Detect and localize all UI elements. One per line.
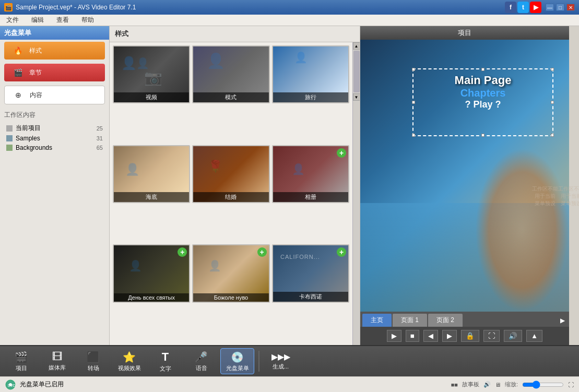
menu-view[interactable]: 查看 — [54, 15, 71, 26]
style-label-halloween: День всех святых — [114, 293, 189, 302]
scroll-up-button[interactable]: ▲ — [353, 42, 360, 50]
minimize-button[interactable]: — — [546, 4, 554, 11]
workspace-color-current — [6, 125, 13, 132]
dvd-status-text: 光盘菜单已启用 — [20, 380, 64, 389]
workspace-color-backgrounds — [6, 145, 13, 151]
fullscreen-button[interactable]: ⛶ — [483, 330, 500, 342]
chapters-icon: 🎬 — [10, 67, 25, 78]
stop-button[interactable]: ■ — [406, 330, 419, 342]
project-icon: 🎬 — [15, 351, 28, 363]
toolbar-media[interactable]: 🎞 媒体库 — [40, 348, 74, 374]
toolbar-voice[interactable]: 🎤 语音 — [184, 348, 218, 374]
toolbar-effects-label: 视频效果 — [118, 364, 141, 372]
toolbar-text-label: 文字 — [160, 365, 171, 373]
style-item-mode[interactable]: 👤 模式 — [192, 45, 269, 103]
styles-scrollbar[interactable]: ▲ ▼ — [352, 42, 360, 345]
nav-chapters[interactable]: 🎬 章节 — [4, 64, 105, 81]
toolbar-generate[interactable]: ▶▶▶ 生成... — [264, 348, 298, 374]
dvdmenu-icon: 💿 — [231, 351, 244, 363]
content-icon: ⊕ — [11, 89, 26, 101]
lock-button[interactable]: 🔒 — [461, 330, 479, 342]
style-item-california[interactable]: + CALIFORN... 卡布西诺 — [272, 244, 349, 302]
preview-text-block: Main Page Chapters ? Play ? — [412, 68, 553, 115]
nav-styles[interactable]: 🔥 样式 — [4, 42, 105, 60]
workspace-item-current[interactable]: 当前项目 25 — [4, 123, 105, 134]
preview-title: 项目 — [360, 26, 569, 40]
album-plus-icon: + — [337, 148, 346, 158]
workspace-label-current: 当前项目 — [16, 124, 41, 133]
title-bar: 🎬 Sample Project.vep* - AVS Video Editor… — [0, 0, 579, 15]
handle-bl[interactable] — [412, 134, 415, 137]
menu-edit[interactable]: 编辑 — [29, 15, 46, 26]
workspace-item-backgrounds[interactable]: Backgrounds 65 — [4, 143, 105, 152]
scroll-down-button[interactable]: ▼ — [353, 93, 360, 101]
toolbar-project-label: 项目 — [16, 364, 27, 372]
style-item-bozhol[interactable]: + 👤 Божоле нуво — [192, 244, 269, 302]
workspace-count-backgrounds: 65 — [97, 145, 103, 151]
window-controls: — □ ✕ — [546, 4, 575, 11]
toolbar-effects[interactable]: ⭐ 视频效果 — [112, 348, 146, 374]
storyboard-label: 故事板 — [462, 381, 479, 388]
toolbar-divider — [258, 351, 259, 372]
maximize-button[interactable]: □ — [556, 4, 564, 11]
style-label-album: 相册 — [273, 192, 348, 202]
status-left: DVD 光盘菜单已启用 — [5, 379, 64, 390]
volume-button[interactable]: 🔊 — [504, 330, 522, 342]
handle-bc[interactable] — [481, 134, 485, 137]
status-right: ■■ 故事板 🔊 🖥 缩放: ⛶ — [451, 381, 574, 389]
main-toolbar: 🎬 项目 🎞 媒体库 ⬛ 转场 ⭐ 视频效果 T 文字 🎤 语音 💿 光盘菜单 … — [0, 345, 579, 376]
tab-page1[interactable]: 页面 1 — [393, 314, 427, 327]
person7-icon: 👤 — [129, 259, 142, 272]
style-item-ocean[interactable]: 👤 海底 — [113, 145, 190, 203]
menu-file[interactable]: 文件 — [4, 15, 21, 26]
style-item-wedding[interactable]: 🌹 结婚 — [192, 145, 269, 203]
style-item-video[interactable]: 📷 👤 👤 视频 — [113, 45, 190, 103]
workspace-item-samples[interactable]: Samples 31 — [4, 134, 105, 143]
toolbar-transition[interactable]: ⬛ 转场 — [76, 348, 110, 374]
youtube-icon[interactable]: ▶ — [530, 2, 541, 13]
styles-icon: 🔥 — [10, 45, 25, 56]
nav-content[interactable]: ⊕ 内容 — [4, 86, 105, 104]
preview-background: Main Page Chapters ? Play ? — [360, 40, 569, 312]
tab-arrow[interactable]: ▶ — [464, 314, 567, 327]
workspace-label-samples: Samples — [16, 135, 40, 142]
person4-icon: 👤 — [294, 51, 326, 64]
toolbar-dvdmenu[interactable]: 💿 光盘菜单 — [220, 348, 254, 374]
nav-content-label: 内容 — [30, 91, 42, 100]
dvd-status-icon: DVD — [5, 379, 16, 390]
play-button[interactable]: ▶ — [387, 330, 401, 342]
zoom-slider[interactable] — [522, 381, 564, 389]
style-item-travel[interactable]: 👤 旅行 — [272, 45, 349, 103]
close-button[interactable]: ✕ — [566, 4, 575, 11]
style-label-video: 视频 — [114, 92, 189, 102]
style-item-album[interactable]: + 👤 相册 — [272, 145, 349, 203]
audio-icon: 🔊 — [483, 381, 491, 388]
styles-title: 样式 — [110, 26, 360, 42]
center-panel: 样式 📷 👤 👤 视频 👤 模式 — [110, 26, 360, 345]
toolbar-text[interactable]: T 文字 — [148, 348, 182, 374]
transition-icon: ⬛ — [87, 351, 100, 363]
toolbar-project[interactable]: 🎬 项目 — [4, 348, 38, 374]
workspace-color-samples — [6, 135, 13, 141]
page-tabs: 主页 页面 1 页面 2 ▶ — [360, 312, 569, 327]
next-button[interactable]: ▶ — [442, 330, 457, 342]
facebook-icon[interactable]: f — [505, 2, 516, 13]
handle-br[interactable] — [551, 134, 554, 137]
style-item-halloween[interactable]: + 👤 День всех святых — [113, 244, 190, 302]
toolbar-dvdmenu-label: 光盘菜单 — [226, 364, 249, 372]
tab-main-page[interactable]: 主页 — [362, 314, 392, 327]
scroll-thumb[interactable] — [353, 51, 360, 92]
tab-page2[interactable]: 页面 2 — [428, 314, 463, 327]
camera-icon: 📷 — [144, 69, 162, 86]
expand-icon[interactable]: ⛶ — [568, 382, 574, 388]
settings-expand-button[interactable]: ▲ — [526, 330, 542, 342]
menu-help[interactable]: 帮助 — [79, 15, 96, 26]
twitter-icon[interactable]: t — [517, 2, 529, 13]
style-label-bozhol: Божоле нуво — [193, 293, 268, 302]
preview-chapters-text: Chapters — [418, 87, 548, 99]
watermark2: 工作区不能 用于当前 菜单预设 — [558, 185, 579, 207]
nav-chapters-label: 章节 — [29, 68, 42, 77]
style-label-travel: 旅行 — [273, 92, 348, 102]
menu-bar: 文件 编辑 查看 帮助 — [0, 15, 579, 26]
prev-button[interactable]: ◀ — [423, 330, 438, 342]
